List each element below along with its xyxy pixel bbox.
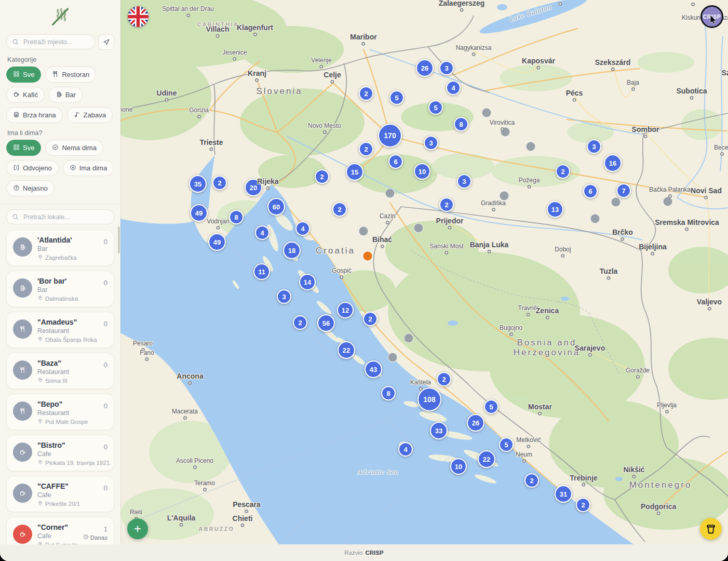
smoke-chip-odvojeno[interactable]: Odvojeno bbox=[6, 160, 59, 176]
map-cluster-marker[interactable]: 3 bbox=[587, 139, 601, 154]
map-cluster-marker[interactable]: 18 bbox=[283, 242, 301, 259]
map-cluster-marker[interactable]: 31 bbox=[555, 485, 572, 503]
map-cluster-marker[interactable]: 5 bbox=[428, 100, 443, 115]
map-cluster-marker[interactable]: 5 bbox=[499, 437, 514, 452]
map-cluster-marker[interactable]: 4 bbox=[398, 442, 413, 457]
map-cluster-marker[interactable]: 3 bbox=[457, 174, 471, 189]
map-cluster-marker[interactable]: 3 bbox=[277, 289, 291, 304]
list-scrollbar[interactable] bbox=[118, 226, 120, 253]
map-cluster-marker[interactable]: 33 bbox=[430, 422, 448, 439]
map-cluster-marker[interactable]: 2 bbox=[363, 312, 378, 326]
venue-card[interactable]: 'Bor bar' Bar Dalmatinska 0 bbox=[6, 271, 114, 307]
map-cluster-marker[interactable]: 2 bbox=[439, 197, 454, 212]
venue-card[interactable]: "CAFFE" Cafe Prikešte 20/1 0 bbox=[6, 476, 114, 512]
map-cluster-marker[interactable]: 13 bbox=[547, 201, 563, 218]
venue-list[interactable]: 'Atlantida' Bar Zagrebačka 0 'Bor bar' B… bbox=[0, 224, 120, 544]
category-chip-zabava[interactable]: Zabava bbox=[67, 107, 113, 123]
map-cluster-marker[interactable]: 2 bbox=[315, 169, 329, 184]
map-venue-dot-gray[interactable] bbox=[359, 226, 369, 236]
map-cluster-marker[interactable]: 16 bbox=[604, 154, 622, 172]
map-cluster-marker[interactable]: 26 bbox=[467, 414, 484, 432]
map-cluster-marker[interactable]: 8 bbox=[381, 386, 396, 400]
category-chip-sve[interactable]: Sve bbox=[6, 66, 41, 83]
venue-card[interactable]: "Amadeus" Restaurant Obala Španja Roka 0 bbox=[6, 312, 114, 348]
venue-search[interactable] bbox=[6, 209, 114, 224]
map-venue-dot-gray[interactable] bbox=[501, 127, 510, 137]
place-search[interactable] bbox=[6, 34, 95, 49]
map-cluster-marker[interactable]: 2 bbox=[212, 176, 227, 190]
map-cluster-marker[interactable]: 22 bbox=[338, 341, 355, 359]
venue-type: Cafe bbox=[37, 532, 77, 540]
map-cluster-marker[interactable]: 170 bbox=[378, 124, 402, 148]
place-search-input[interactable] bbox=[22, 38, 89, 46]
crisp-badge-button[interactable]: CRISP bbox=[700, 5, 723, 28]
map-canvas[interactable]: 2634255817032615102331626713352206084949… bbox=[120, 0, 728, 544]
map-cluster-marker[interactable]: 14 bbox=[299, 274, 316, 290]
map-cluster-marker[interactable]: 12 bbox=[337, 302, 354, 318]
map-cluster-marker[interactable]: 2 bbox=[524, 473, 539, 488]
venue-card[interactable]: 'Atlantida' Bar Zagrebačka 0 bbox=[6, 230, 114, 266]
coffee-mode-button[interactable] bbox=[700, 518, 722, 540]
map-cluster-marker[interactable]: 2 bbox=[359, 86, 373, 101]
map-cluster-marker[interactable]: 2 bbox=[293, 315, 307, 330]
map-venue-dot-orange[interactable] bbox=[363, 252, 372, 261]
map-cluster-marker[interactable]: 3 bbox=[439, 61, 454, 75]
map-venue-dot-gray[interactable] bbox=[526, 142, 536, 152]
language-flag-button[interactable] bbox=[128, 6, 149, 27]
venue-card[interactable]: "Baza" Restaurant Srima III 0 bbox=[6, 353, 114, 389]
map-venue-dot-gray[interactable] bbox=[500, 191, 509, 201]
map-cluster-marker[interactable]: 2 bbox=[556, 164, 570, 179]
venue-card[interactable]: "Corner" Cafe Put Supavla 1 Danas bbox=[6, 517, 114, 544]
map-cluster-marker[interactable]: 11 bbox=[253, 263, 270, 280]
map-cluster-marker[interactable]: 4 bbox=[295, 221, 310, 236]
map-cluster-marker[interactable]: 49 bbox=[190, 204, 208, 222]
map-cluster-marker[interactable]: 35 bbox=[189, 175, 207, 193]
smoke-chip-sve[interactable]: Sve bbox=[6, 140, 41, 156]
smoke-chip-ima-dima[interactable]: Ima dima bbox=[63, 160, 114, 176]
map-venue-dot-gray[interactable] bbox=[414, 223, 424, 233]
map-cluster-marker[interactable]: 15 bbox=[346, 163, 363, 181]
add-place-button[interactable]: + bbox=[127, 518, 148, 539]
map-cluster-marker[interactable]: 2 bbox=[359, 142, 373, 156]
venue-search-input[interactable] bbox=[22, 213, 109, 221]
map-cluster-marker[interactable]: 8 bbox=[454, 117, 468, 131]
map-cluster-marker[interactable]: 5 bbox=[389, 90, 404, 105]
map-cluster-marker[interactable]: 7 bbox=[616, 183, 631, 198]
map-venue-dot-gray[interactable] bbox=[590, 214, 600, 224]
map-cluster-marker[interactable]: 20 bbox=[245, 179, 262, 196]
map-cluster-marker[interactable]: 49 bbox=[208, 233, 226, 251]
map-cluster-marker[interactable]: 3 bbox=[424, 136, 438, 150]
locate-button[interactable] bbox=[98, 34, 114, 50]
map-cluster-marker[interactable]: 2 bbox=[576, 498, 590, 512]
map-venue-dot-gray[interactable] bbox=[482, 108, 492, 118]
map-cluster-marker[interactable]: 10 bbox=[450, 458, 467, 475]
map-cluster-marker[interactable]: 4 bbox=[446, 81, 461, 95]
venue-card[interactable]: "Bepo" Restaurant Put Male Gospe 0 bbox=[6, 394, 114, 430]
map-cluster-marker[interactable]: 108 bbox=[417, 388, 441, 411]
map-venue-dot-gray[interactable] bbox=[404, 333, 414, 343]
map-venue-dot-gray[interactable] bbox=[388, 353, 398, 363]
map-cluster-marker[interactable]: 8 bbox=[229, 210, 244, 224]
map-venue-dot-gray[interactable] bbox=[611, 197, 621, 207]
map-cluster-marker[interactable]: 4 bbox=[255, 225, 269, 240]
map-cluster-marker[interactable]: 22 bbox=[478, 450, 495, 468]
smoke-chip-nema-dima[interactable]: Nema dima bbox=[45, 140, 103, 156]
map-cluster-marker[interactable]: 60 bbox=[267, 198, 285, 216]
category-chip-brza-hrana[interactable]: Brza hrana bbox=[6, 107, 63, 123]
map-cluster-marker[interactable]: 26 bbox=[416, 59, 434, 77]
map-cluster-marker[interactable]: 43 bbox=[365, 360, 382, 378]
map-cluster-marker[interactable]: 6 bbox=[388, 154, 403, 169]
map-cluster-marker[interactable]: 56 bbox=[317, 314, 335, 332]
category-chip-kafi-[interactable]: Kafić bbox=[6, 87, 45, 103]
category-chip-restoran[interactable]: Restoran bbox=[45, 66, 96, 83]
map-cluster-marker[interactable]: 2 bbox=[332, 202, 347, 217]
map-venue-dot-gray[interactable] bbox=[385, 189, 395, 198]
smoke-chip-nejasno[interactable]: Nejasno bbox=[6, 180, 55, 196]
category-chip-bar[interactable]: Bar bbox=[49, 87, 83, 103]
map-cluster-marker[interactable]: 6 bbox=[583, 184, 598, 198]
map-venue-dot-gray[interactable] bbox=[663, 197, 673, 207]
map-cluster-marker[interactable]: 10 bbox=[414, 163, 430, 180]
map-cluster-marker[interactable]: 2 bbox=[437, 372, 451, 386]
map-cluster-marker[interactable]: 5 bbox=[484, 399, 498, 414]
venue-card[interactable]: "Bistro" Cafe Plokata 19. travnja 1921. … bbox=[6, 435, 114, 471]
